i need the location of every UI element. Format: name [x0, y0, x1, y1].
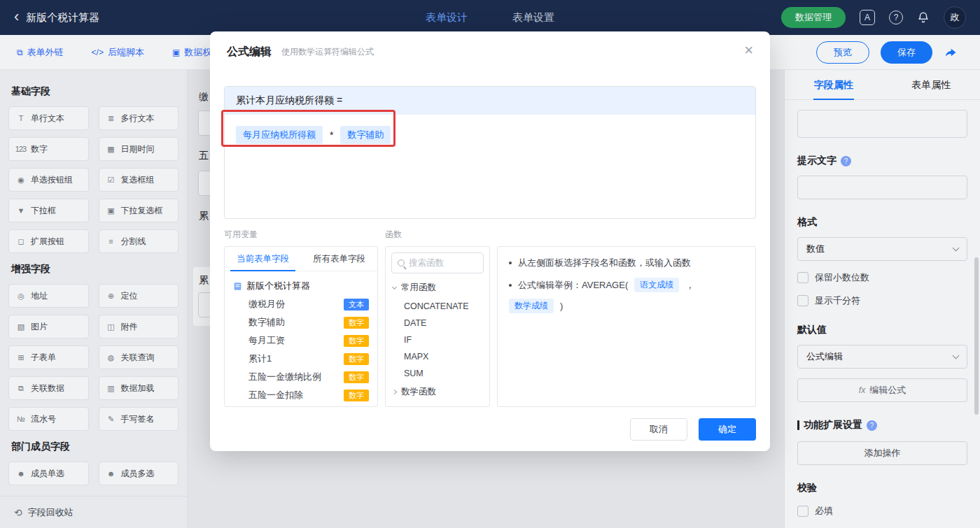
- functions-panel: 常用函数 CONCATENATEDATEIFMAPXSUM 数学函数 文本函数: [385, 246, 490, 407]
- variable-field-name: 缴税月份: [248, 298, 285, 311]
- formula-editor: 累计本月应纳税所得额 = 每月应纳税所得额 * 数字辅助: [224, 86, 756, 219]
- function-group-math[interactable]: 数学函数: [391, 382, 484, 402]
- chevron-open-icon: [392, 285, 397, 290]
- variable-field-row[interactable]: 五险一金扣除 数字: [232, 386, 370, 404]
- example-separator: ，: [685, 279, 694, 292]
- function-item[interactable]: IF: [391, 331, 484, 348]
- variables-section-label: 可用变量: [224, 229, 385, 241]
- variable-field-row[interactable]: 每月工资 数字: [232, 331, 370, 350]
- chevron-closed-icon: [392, 390, 397, 394]
- formula-field-token[interactable]: 数字辅助: [340, 126, 391, 144]
- field-type-tag: 数字: [344, 317, 369, 329]
- formula-field-token[interactable]: 每月应纳税所得额: [236, 126, 323, 144]
- function-item[interactable]: DATE: [391, 315, 484, 331]
- variable-field-row[interactable]: 缴税月份 文本: [232, 295, 370, 313]
- help-example-prefix: 公式编辑举例：AVERAGE(: [518, 279, 628, 292]
- function-group-common[interactable]: 常用函数: [391, 278, 484, 298]
- function-group-label: 数学函数: [401, 386, 436, 398]
- variables-panel: 当前表单字段所有表单字段 新版个税计算器 缴税月份 文本 数字辅助 数字 每月工…: [224, 246, 378, 407]
- modal-title: 公式编辑: [227, 45, 272, 59]
- variable-field-row[interactable]: 累计1 数字: [232, 350, 370, 368]
- formula-edit-modal: 公式编辑 使用数学运算符编辑公式 × 累计本月应纳税所得额 = 每月应纳税所得额…: [210, 31, 770, 451]
- formula-help-panel: 从左侧面板选择字段名和函数，或输入函数 公式编辑举例：AVERAGE( 语文成绩…: [497, 246, 756, 407]
- field-type-tag: 数字: [344, 390, 369, 401]
- formula-target: 累计本月应纳税所得额 =: [225, 87, 755, 115]
- confirm-button[interactable]: 确定: [699, 418, 756, 441]
- variable-field-name: 五险一金缴纳比例: [248, 371, 321, 383]
- help-line-1: 从左侧面板选择字段名和函数，或输入函数: [518, 257, 691, 269]
- function-group-text[interactable]: 文本函数: [391, 402, 484, 407]
- cancel-button[interactable]: 取消: [630, 418, 687, 441]
- example-field-chip: 数学成绩: [509, 299, 554, 313]
- help-example-suffix: ): [560, 301, 563, 311]
- field-type-tag: 数字: [344, 353, 369, 365]
- functions-section-label: 函数: [385, 229, 402, 241]
- close-icon[interactable]: ×: [744, 43, 753, 58]
- variable-field-name: 累计1: [248, 352, 272, 365]
- function-item[interactable]: SUM: [391, 365, 484, 382]
- variables-tab[interactable]: 当前表单字段: [225, 247, 301, 271]
- form-tree-root-label: 新版个税计算器: [246, 280, 310, 292]
- function-group-label: 文本函数: [401, 406, 436, 407]
- bullet-icon: [509, 284, 512, 287]
- field-type-tag: 数字: [344, 371, 369, 383]
- example-field-chip: 语文成绩: [634, 278, 679, 292]
- function-group-label: 常用函数: [401, 282, 436, 294]
- function-search[interactable]: [391, 252, 484, 273]
- formula-input-area[interactable]: 每月应纳税所得额 * 数字辅助: [225, 115, 755, 155]
- function-item[interactable]: MAPX: [391, 348, 484, 365]
- field-type-tag: 数字: [344, 335, 369, 347]
- bullet-icon: [509, 262, 512, 264]
- variables-tab[interactable]: 所有表单字段: [301, 247, 377, 271]
- scrollbar-thumb[interactable]: [974, 257, 979, 415]
- field-type-tag: 文本: [344, 299, 369, 311]
- formula-operator-token[interactable]: *: [330, 129, 333, 141]
- variable-field-name: 每月工资: [248, 334, 285, 347]
- form-doc-icon: [233, 282, 242, 291]
- search-icon: [398, 259, 405, 266]
- modal-subtitle: 使用数学运算符编辑公式: [281, 46, 374, 58]
- form-tree-root[interactable]: 新版个税计算器: [232, 277, 370, 295]
- variable-field-name: 五险一金扣除: [248, 389, 303, 401]
- variable-field-name: 数字辅助: [248, 316, 285, 329]
- variable-field-row[interactable]: 五险一金缴纳比例 数字: [232, 368, 370, 386]
- function-item[interactable]: CONCATENATE: [391, 298, 484, 315]
- function-search-input[interactable]: [409, 258, 477, 268]
- variable-field-row[interactable]: 数字辅助 数字: [232, 313, 370, 331]
